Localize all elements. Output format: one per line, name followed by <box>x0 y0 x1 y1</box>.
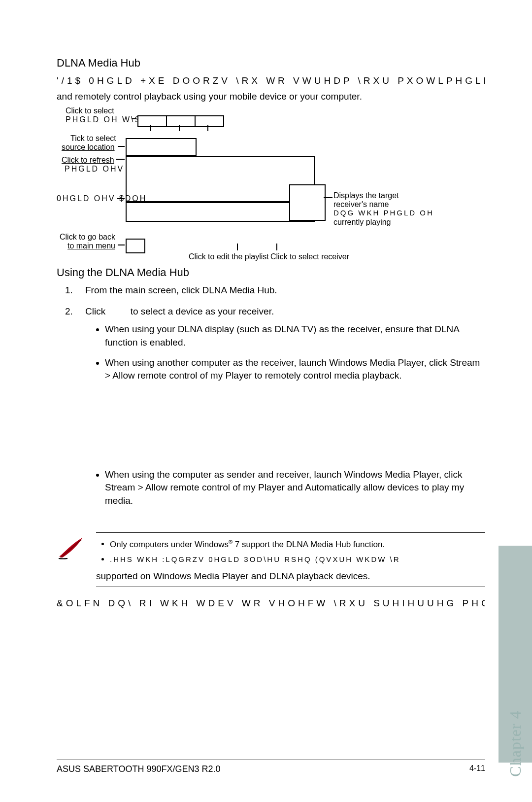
chapter-tab: Chapter 4 <box>499 546 532 763</box>
note-item-1: Only computers under Windows® 7 support … <box>110 538 485 551</box>
diagram-box-filepane <box>126 202 315 222</box>
step-3-garbled: &OLFN DQ\ RI WKH WDEV WR VHOHFW \RXU SUH… <box>57 598 485 609</box>
diagram-box-a <box>137 115 167 127</box>
diagram-box-b <box>166 115 196 127</box>
callout-arrow <box>116 159 125 160</box>
note-rule-top <box>96 532 485 533</box>
step-2b: to select a device as your receiver. <box>131 306 274 316</box>
note-1b: 7 support the DLNA Media Hub function. <box>233 539 385 549</box>
label-target3: currently playing <box>333 218 391 227</box>
callout-arrow <box>118 244 125 245</box>
note: Only computers under Windows® 7 support … <box>57 532 485 587</box>
diagram-tick <box>207 125 208 131</box>
chapter-tab-text: Chapter 4 <box>506 710 525 776</box>
section-title: DLNA Media Hub <box>57 57 485 70</box>
label-receiver: Click to select receiver <box>270 252 349 261</box>
label-tick1: Tick to select <box>70 134 116 143</box>
intro-plain: and remotely control playback using your… <box>57 90 485 103</box>
diagram-box-source <box>126 138 197 156</box>
label-back1: Click to go back <box>60 233 115 242</box>
note-rule-bottom <box>96 587 485 587</box>
diagram-box-back <box>126 239 145 253</box>
label-click-select: Click to select <box>66 106 114 115</box>
step-2-bullet-2: When using another computer as the recei… <box>105 356 485 383</box>
callout-arrow <box>118 146 125 147</box>
content: DLNA Media Hub '/1$ 0HGLD +XE DOORZV \RX… <box>57 57 485 609</box>
callout-arrow <box>117 198 125 199</box>
note-below: supported on Windows Media Player and DL… <box>96 571 485 582</box>
step-2-bullet-3: When using the computer as sender and re… <box>105 468 485 508</box>
note-2-garbled: .HHS WKH :LQGRZV 0HGLD 3OD\HU RSHQ (QVXU… <box>110 555 400 563</box>
note-item-2: .HHS WKH :LQGRZV 0HGLD 3OD\HU RSHQ (QVXU… <box>110 554 485 566</box>
step-2-sublist: When using your DLNA display (such as DL… <box>85 323 485 382</box>
label-target2: receiver's name <box>333 200 389 209</box>
footer: ASUS SABERTOOTH 990FX/GEN3 R2.0 4-11 <box>57 764 485 774</box>
label-refresh: Click to refresh <box>62 156 114 165</box>
note-1-sup: ® <box>229 539 233 545</box>
note-quill-icon <box>57 536 86 560</box>
intro-garbled: '/1$ 0HGLD +XE DOORZV \RX WR VWUHDP \RXU… <box>57 74 485 87</box>
label-pane-garbled: 0HGLD OHV $DQH <box>57 194 147 203</box>
diagram-tick <box>179 125 180 131</box>
using-title: Using the DLNA Media Hub <box>57 266 485 279</box>
diagram-box-display <box>289 184 326 221</box>
note-list: Only computers under Windows® 7 support … <box>96 538 485 569</box>
step-1-text: From the main screen, click DLNA Media H… <box>85 285 277 295</box>
callout-arrow <box>324 197 332 198</box>
label-refresh-garbled: PHGLD OHV <box>65 165 124 174</box>
label-target1: Displays the target <box>333 191 399 200</box>
note-1a: Only computers under Windows <box>110 539 229 549</box>
diagram: Click to select PHGLD OH W\SH Tick to se… <box>57 106 485 259</box>
label-click-select-garbled: PHGLD OH W\SH <box>66 115 149 124</box>
note-body: Only computers under Windows® 7 support … <box>57 538 485 569</box>
diagram-box-main-panel <box>126 156 315 202</box>
step-1: From the main screen, click DLNA Media H… <box>75 284 485 297</box>
step-2-bullet-1: When using your DLNA display (such as DL… <box>105 323 485 349</box>
footer-page: 4-11 <box>469 764 485 774</box>
page: Chapter 4 DLNA Media Hub '/1$ 0HGLD +XE … <box>0 0 532 802</box>
ordered-steps: From the main screen, click DLNA Media H… <box>57 284 485 507</box>
diagram-tick <box>276 244 277 250</box>
step-2: Click to select a device as your receive… <box>75 305 485 508</box>
label-edit: Click to edit the playlist <box>189 252 269 261</box>
diagram-box-c <box>195 115 224 127</box>
label-back2: to main menu <box>67 242 115 250</box>
footer-rule <box>57 760 485 760</box>
using-section: Using the DLNA Media Hub From the main s… <box>57 266 485 507</box>
label-target-garbled: DQG WKH PHGLD OH <box>333 209 434 217</box>
diagram-tick <box>150 125 151 131</box>
footer-product: ASUS SABERTOOTH 990FX/GEN3 R2.0 <box>57 764 220 774</box>
diagram-tick <box>237 244 238 250</box>
step-2-sublist-continued: When using the computer as sender and re… <box>85 468 485 508</box>
callout-arrow <box>132 118 136 119</box>
step-2a: Click <box>85 306 108 316</box>
label-tick2: source location <box>62 143 115 152</box>
